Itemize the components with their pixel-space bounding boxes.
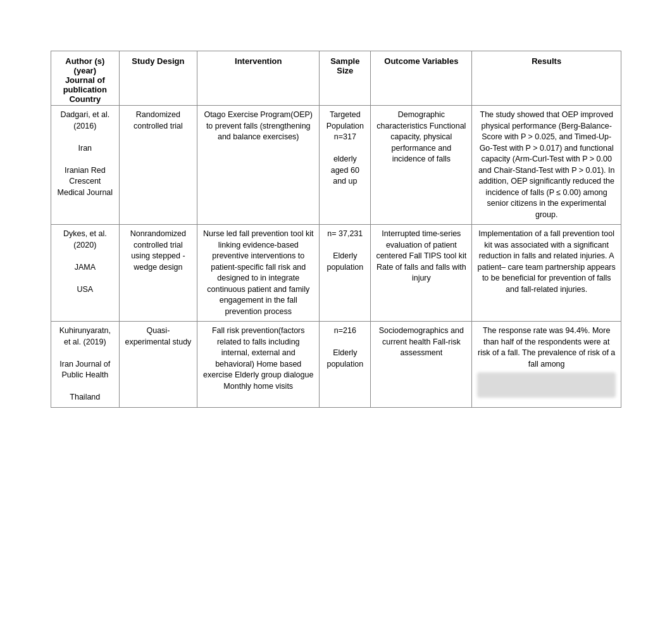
col-header-results: Results <box>472 51 621 106</box>
row3-sample-size: n=216 Elderly population <box>320 322 371 408</box>
table-row: Dykes, et al. (2020) JAMA USA Nonrandomi… <box>51 225 621 322</box>
research-table: Author (s) (year) Journal of publication… <box>51 51 621 408</box>
row2-outcome: Interrupted time-series evaluation of pa… <box>371 225 472 322</box>
row2-intervention: Nurse led fall prevention tool kit linki… <box>197 225 320 322</box>
col-header-study-design: Study Design <box>119 51 197 106</box>
row2-results: Implementation of a fall prevention tool… <box>472 225 621 322</box>
col-header-outcome: Outcome Variables <box>371 51 472 106</box>
col-header-author: Author (s) (year) Journal of publication… <box>51 51 120 106</box>
row1-author: Dadgari, et al. (2016) Iran Iranian Red … <box>51 106 120 225</box>
table-row: Kuhirunyaratn, et al. (2019) Iran Journa… <box>51 322 621 408</box>
row1-sample-size: Targeted Population n=317 elderly aged 6… <box>320 106 371 225</box>
table-row: Dadgari, et al. (2016) Iran Iranian Red … <box>51 106 621 225</box>
row3-study-design: Quasi-experimental study <box>119 322 197 408</box>
row1-outcome: Demographic characteristics Functional c… <box>371 106 472 225</box>
row2-author: Dykes, et al. (2020) JAMA USA <box>51 225 120 322</box>
row2-sample-size: n= 37,231 Elderly population <box>320 225 371 322</box>
row3-intervention: Fall risk prevention(factors related to … <box>197 322 320 408</box>
row2-study-design: Nonrandomized controlled trial using ste… <box>119 225 197 322</box>
row3-results: The response rate was 94.4%. More than h… <box>472 322 621 408</box>
col-header-intervention: Intervention <box>197 51 320 106</box>
row3-author: Kuhirunyaratn, et al. (2019) Iran Journa… <box>51 322 120 408</box>
blurred-overlay <box>477 372 616 398</box>
row1-study-design: Randomized controlled trial <box>119 106 197 225</box>
row1-results: The study showed that OEP improved physi… <box>472 106 621 225</box>
col-header-sample-size: Sample Size <box>320 51 371 106</box>
row3-outcome: Sociodemographics and current health Fal… <box>371 322 472 408</box>
row1-intervention: Otago Exercise Program(OEP) to prevent f… <box>197 106 320 225</box>
